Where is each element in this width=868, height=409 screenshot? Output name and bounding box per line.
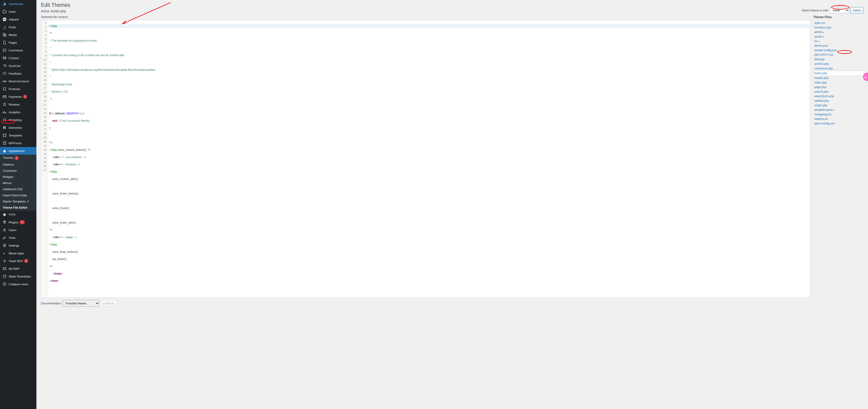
function-select[interactable]: Function Name... [63, 300, 99, 307]
sidebar-item-label: Collapse menu [9, 283, 28, 286]
sidebar-item-label: Payments [9, 95, 22, 98]
sidebar-item-label: Posts [9, 26, 16, 29]
sidebar-item-label: Tools [9, 236, 16, 240]
sidebar-item-yith[interactable]: YITH [0, 211, 36, 218]
file-item-toolset-config-json[interactable]: toolset-config.json [813, 48, 863, 53]
sidebar-item-dashboard[interactable]: Dashboard [0, 0, 36, 8]
sidebar-item-wpforms[interactable]: WPForms [0, 139, 36, 147]
sidebar-item-collapse-menu[interactable]: Collapse menu [0, 280, 36, 288]
sidebar-item-products[interactable]: Products [0, 85, 36, 93]
file-item-comments-php[interactable]: comments.php [813, 66, 863, 71]
admin-sidebar: DashboardAstraJetpackPostsMediaPagesComm… [0, 0, 36, 311]
file-item-search-php[interactable]: search.php [813, 89, 863, 94]
file-item-admin[interactable]: admin▸ [813, 30, 863, 34]
file-item-readme-txt[interactable]: readme.txt [813, 117, 863, 121]
payments-icon [2, 94, 7, 99]
sidebar-item-payments[interactable]: Payments1 [0, 93, 36, 100]
svg-point-20 [4, 244, 5, 245]
sidebar-item-woocommerce[interactable]: WooCommerce [0, 77, 36, 85]
code-editor[interactable]: 1234567891011121314151617181920212223242… [41, 20, 810, 297]
sidebar-item-elementor[interactable]: Elementor [0, 124, 36, 131]
file-item-index-php[interactable]: index.php [813, 80, 863, 85]
theme-files-panel: Theme Files style.cssfunctions.phpadmin▸… [813, 15, 863, 307]
sidebar-item-marketing[interactable]: Marketing [0, 116, 36, 124]
file-item-functions-php[interactable]: functions.php [813, 25, 863, 30]
file-item-searchform-php[interactable]: searchform.php [813, 94, 863, 98]
code-area[interactable]: <?php /** * The template for displaying … [48, 20, 810, 297]
svg-point-0 [3, 10, 6, 13]
file-item-template-parts[interactable]: template-parts▸ [813, 107, 863, 112]
sidebar-item-slider-revolution[interactable]: Slider Revolution [0, 273, 36, 280]
sidebar-item-meow-apps[interactable]: MMeow Apps [0, 249, 36, 257]
sidebar-item-pages[interactable]: Pages [0, 39, 36, 46]
svg-rect-10 [4, 128, 6, 129]
file-item-header-php[interactable]: header.php [813, 76, 863, 80]
file-item-wpml-config-xml[interactable]: wpml-config.xml [813, 121, 863, 126]
surecart-icon [2, 63, 7, 68]
sidebar-item-label: WooCommerce [9, 80, 29, 83]
file-item-assets[interactable]: assets▸ [813, 34, 863, 39]
file-item-footer-php[interactable]: footer.php [813, 71, 863, 76]
sidebar-item-media[interactable]: Media [0, 31, 36, 39]
svg-rect-2 [3, 57, 6, 59]
theme-select[interactable]: Astra [830, 7, 849, 13]
sidebar-item-jetpack[interactable]: Jetpack [0, 15, 36, 23]
submenu-item-menus[interactable]: Menus [0, 180, 36, 186]
svg-point-27 [865, 76, 866, 77]
sidebar-item-surecart[interactable]: SureCart [0, 62, 36, 70]
feedback-icon [2, 71, 7, 76]
file-item-archive-php[interactable]: archive.php [813, 62, 863, 66]
sidebar-item-label: Feedback [9, 72, 22, 75]
folder-arrow-icon: ▸ [833, 109, 835, 111]
svg-rect-24 [3, 268, 6, 270]
sidebar-item-label: MC4WP [9, 267, 20, 271]
collapse-icon [2, 282, 7, 286]
file-item-single-php[interactable]: single.php [813, 103, 863, 107]
sidebar-item-templates[interactable]: Templates [0, 131, 36, 139]
file-item-style-css[interactable]: style.css [813, 21, 863, 25]
sidebar-item-analytics[interactable]: Analytics [0, 108, 36, 116]
badge: 1 [14, 156, 19, 160]
sidebar-item-yoast-seo[interactable]: Yoast SEO2 [0, 257, 36, 265]
svg-point-16 [4, 229, 5, 230]
yith-icon [2, 212, 7, 217]
submenu-item-additional-css[interactable]: Additional CSS [0, 186, 36, 192]
sidebar-item-comments[interactable]: Comments [0, 46, 36, 54]
marketing-icon [2, 118, 7, 122]
elementor-icon [2, 125, 7, 130]
file-item-theme-json[interactable]: theme.json [813, 43, 863, 48]
submenu-item-customize[interactable]: Customize [0, 168, 36, 174]
sidebar-item-label: Appearance [9, 149, 25, 153]
templates-icon [2, 133, 7, 137]
sidebar-item-tools[interactable]: Tools [0, 234, 36, 242]
sidebar-item-posts[interactable]: Posts [0, 23, 36, 31]
sidebar-item-mc4wp[interactable]: MC4WP [0, 265, 36, 273]
submenu-item-widgets[interactable]: Widgets [0, 174, 36, 180]
sidebar-item-label: Reviews [9, 103, 20, 106]
sidebar-item-reviews[interactable]: Reviews [0, 100, 36, 108]
submenu-item-patterns[interactable]: Patterns [0, 161, 36, 168]
sidebar-item-contact[interactable]: Contact [0, 54, 36, 62]
lookup-button[interactable]: Look Up [100, 300, 116, 306]
submenu-item-starter-templates[interactable]: Starter Templates ↗ [0, 198, 36, 204]
sidebar-item-astra[interactable]: Astra [0, 8, 36, 15]
file-item-sidebar-php[interactable]: sidebar.php [813, 98, 863, 103]
submenu-item-theme-file-editor[interactable]: Theme File Editor [0, 204, 36, 211]
badge: 1 [23, 95, 27, 99]
sidebar-item-users[interactable]: Users [0, 226, 36, 234]
file-item-SECURITY-md[interactable]: SECURITY.md [813, 53, 863, 57]
sidebar-item-plugins[interactable]: Plugins17 [0, 218, 36, 226]
submenu-item-import-demo-data[interactable]: Import Demo Data [0, 192, 36, 198]
file-item-changelog-txt[interactable]: changelog.txt [813, 112, 863, 117]
select-theme-button[interactable]: Select [850, 7, 863, 13]
main-content: Edit Themes Astra: footer.php Select the… [36, 0, 868, 311]
sidebar-item-settings[interactable]: Settings [0, 242, 36, 249]
file-item-inc[interactable]: inc▸ [813, 39, 863, 43]
file-item-page-php[interactable]: page.php [813, 85, 863, 89]
sidebar-item-label: Users [9, 228, 17, 232]
settings-icon [2, 243, 7, 248]
sidebar-item-feedback[interactable]: Feedback [0, 70, 36, 77]
submenu-item-themes[interactable]: Themes1 [0, 155, 36, 161]
file-item-404-php[interactable]: 404.php [813, 57, 863, 62]
sidebar-item-appearance[interactable]: Appearance [0, 147, 36, 155]
